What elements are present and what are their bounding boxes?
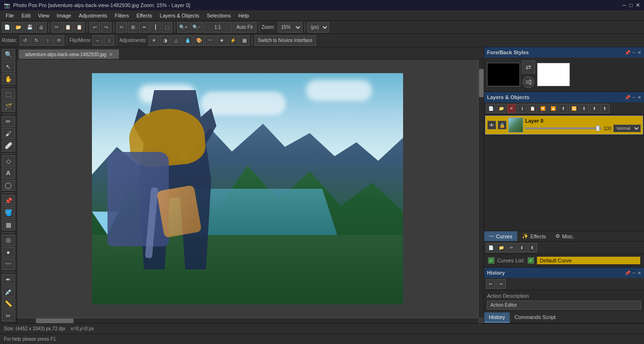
menu-help[interactable]: Help [234, 12, 253, 19]
layer-shuffle-button[interactable]: 🔀 [569, 104, 578, 113]
tool-hand[interactable]: ✋ [2, 73, 15, 84]
crop-button[interactable]: ✂ [116, 22, 127, 33]
curves-list-checkbox[interactable]: ✓ [488, 257, 495, 264]
tab-curves[interactable]: 〰 Curves [484, 231, 517, 241]
levels-button[interactable]: △ [171, 35, 182, 46]
tab-commands-script[interactable]: Commands Script [510, 312, 560, 323]
fore-back-pin[interactable]: 📌 [625, 50, 630, 55]
canvas-image[interactable] [92, 73, 403, 304]
hscroll-thumb[interactable] [36, 319, 74, 323]
history-minimize[interactable]: ─ [632, 270, 636, 276]
tool-selection[interactable]: ⬚ [2, 89, 15, 100]
save-button[interactable]: 💾 [25, 22, 35, 33]
tool-ellipse[interactable]: ◯ [2, 180, 15, 191]
menu-image[interactable]: Image [53, 12, 75, 19]
undo-button[interactable]: ↩ [90, 22, 100, 33]
grid-button[interactable]: ⊞ [128, 22, 138, 33]
blend-mode-select[interactable]: Normal Multiply Screen Overlay [613, 125, 641, 132]
delete-layer-button[interactable]: ✕ [507, 104, 516, 113]
auto-fit-btn[interactable]: Auto Fit [233, 22, 256, 33]
new-curve-button[interactable]: 📄 [486, 243, 495, 252]
history-close[interactable]: ✕ [637, 270, 641, 276]
tool-text[interactable]: A [2, 168, 15, 179]
cut-button[interactable]: ✂ [51, 22, 62, 33]
menu-filters[interactable]: Filters [111, 12, 132, 19]
ruler-h-button[interactable]: ━ [139, 22, 149, 33]
menu-layers-objects[interactable]: Layers & Objects [156, 12, 203, 19]
open-file-button[interactable]: 📂 [13, 22, 24, 33]
layer-up-button[interactable]: ⬆ [559, 104, 568, 113]
sharpen-button[interactable]: ★ [216, 35, 227, 46]
curve-up-button[interactable]: ⬆ [528, 243, 537, 252]
paste-button[interactable]: 📋 [74, 22, 84, 33]
canvas-scroll[interactable] [17, 59, 484, 323]
tool-smudge[interactable]: 〰 [2, 259, 15, 270]
history-undo-button[interactable]: ↩ [486, 279, 495, 289]
menu-view[interactable]: View [34, 12, 53, 19]
background-swatch[interactable] [537, 63, 570, 86]
saturation-button[interactable]: 💧 [182, 35, 193, 46]
menu-file[interactable]: File [2, 12, 18, 19]
layers-minimize[interactable]: ─ [632, 95, 636, 100]
tab-misc[interactable]: ⚙ Misc. [551, 231, 579, 241]
canvas-tab-main[interactable]: adventure-alps-back-view-1482930.jpg ✕ [19, 50, 119, 59]
tool-pencil[interactable]: ✏ [2, 116, 15, 127]
new-group-button[interactable]: 📁 [496, 104, 506, 113]
frame-button[interactable]: ⬚ [162, 22, 172, 33]
edit-curve-button[interactable]: ✏ [507, 243, 516, 252]
copy-button[interactable]: 📋 [63, 22, 73, 33]
zoom-select[interactable]: 15% 25% 50% 100% [278, 22, 302, 33]
tool-magic-wand[interactable]: 🪄 [2, 101, 15, 112]
layer-down-button[interactable]: ⬇ [579, 104, 589, 113]
curve-down-button[interactable]: ⬇ [517, 243, 527, 252]
tool-dodge[interactable]: ◎ [2, 235, 15, 246]
vscroll-thumb[interactable] [479, 69, 484, 97]
layer-info-button[interactable]: ℹ [517, 104, 527, 113]
tool-fill[interactable]: 🪣 [2, 207, 15, 218]
layer-visibility-toggle[interactable]: 👁 [487, 121, 496, 129]
flip-v-button[interactable]: ↕ [104, 35, 114, 46]
title-controls[interactable]: ─ □ ✕ [622, 2, 640, 8]
history-redo-button[interactable]: ↪ [496, 279, 506, 289]
layer-lock-toggle[interactable]: 🔒 [498, 121, 506, 129]
duplicate-layer-button[interactable]: 📋 [528, 104, 537, 113]
foreground-swatch[interactable] [487, 63, 520, 86]
horizontal-scrollbar[interactable] [17, 318, 478, 323]
switch-interface-button[interactable]: Switch to Novice Interface [255, 35, 316, 46]
menu-adjustments[interactable]: Adjustments [75, 12, 111, 19]
tab-history[interactable]: History [484, 312, 510, 323]
blur-button[interactable]: ⚡ [228, 35, 238, 46]
layer-opacity-slider[interactable] [525, 127, 602, 129]
flip-h-button[interactable]: ↔ [92, 35, 103, 46]
tool-shape[interactable]: ◇ [2, 155, 15, 167]
new-file-button[interactable]: 📄 [2, 22, 12, 33]
tool-brush[interactable]: 🖌 [2, 128, 15, 139]
tool-zoom[interactable]: 🔍 [2, 49, 15, 60]
curves-button[interactable]: 〰 [205, 35, 215, 46]
tool-clone[interactable]: 📌 [2, 195, 15, 206]
vertical-scrollbar[interactable] [478, 59, 484, 318]
rotate-free-button[interactable]: ⟳ [54, 35, 64, 46]
rotate-ccw-button[interactable]: ↻ [31, 35, 41, 46]
layers-close[interactable]: ✕ [637, 95, 641, 100]
print-button[interactable]: 🖨 [36, 22, 46, 33]
menu-edit[interactable]: Edit [18, 12, 34, 19]
maximize-button[interactable]: □ [629, 2, 633, 8]
new-layer-button[interactable]: 📄 [486, 104, 495, 113]
tool-eyedropper[interactable]: 💉 [2, 286, 15, 297]
tool-heal[interactable]: 🩹 [2, 140, 15, 151]
opacity-slider-thumb[interactable] [596, 126, 600, 131]
tool-pointer[interactable]: ↖ [2, 61, 15, 73]
zoom-out-btn[interactable]: 🔍− [190, 22, 203, 33]
fore-back-close[interactable]: ✕ [637, 50, 641, 55]
brightness-button[interactable]: ☀ [149, 35, 159, 46]
merge-visible-button[interactable]: 🔼 [548, 104, 558, 113]
tool-measure[interactable]: 📏 [2, 298, 15, 310]
action-description-field[interactable]: Action Editor [487, 301, 641, 310]
hue-button[interactable]: 🎨 [194, 35, 204, 46]
menu-effects[interactable]: Effects [132, 12, 156, 19]
zoom-in-btn[interactable]: 🔍+ [177, 22, 190, 33]
rotate-180-button[interactable]: ↕ [42, 35, 53, 46]
default-curve-name[interactable]: Default Curve [537, 257, 640, 264]
layer-top-button[interactable]: ⬆ [590, 104, 599, 113]
